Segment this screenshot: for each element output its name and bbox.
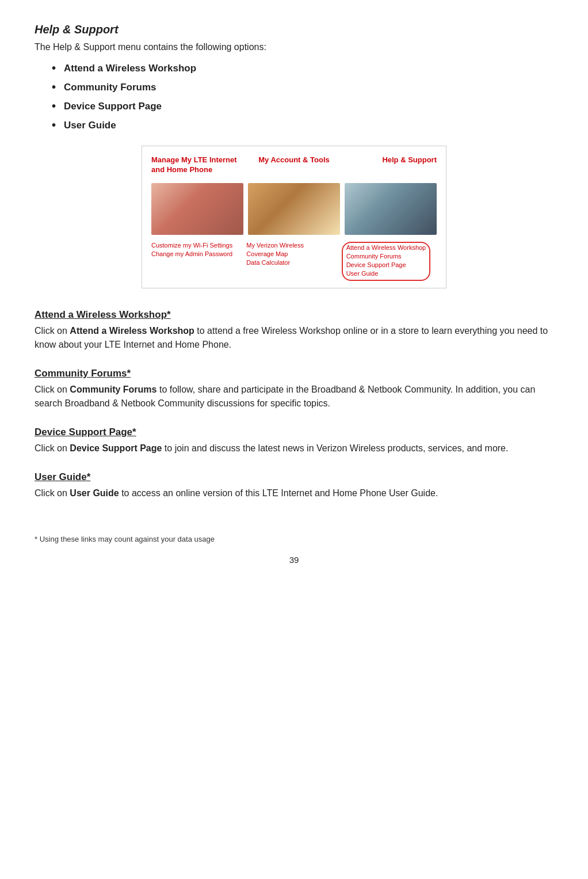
section-body-device-support: Click on Device Support Page to join and… [35, 442, 553, 455]
screenshot-links-col1: Customize my Wi-Fi Settings Change my Ad… [151, 242, 246, 281]
screenshot-links-col2: My Verizon Wireless Coverage Map Data Ca… [246, 242, 341, 281]
screenshot-images [151, 183, 437, 235]
bullet-item-3: Device Support Page [52, 100, 553, 113]
screenshot-img-1 [151, 183, 243, 235]
bullet-item-4: User Guide [52, 119, 553, 132]
section-community-forums: Community Forums* Click on Community For… [35, 368, 553, 410]
section-user-guide: User Guide* Click on User Guide to acces… [35, 471, 553, 500]
page-title: Help & Support [35, 23, 553, 36]
section-body-user-guide: Click on User Guide to access an online … [35, 486, 553, 500]
section-attend-workshop: Attend a Wireless Workshop* Click on Att… [35, 309, 553, 352]
footnote: * Using these links may count against yo… [35, 535, 553, 543]
screenshot-img-2 [248, 183, 340, 235]
section-body-community-forums: Click on Community Forums to follow, sha… [35, 383, 553, 410]
highlighted-links: Attend a Wireless Workshop Community For… [342, 242, 431, 281]
section-device-support: Device Support Page* Click on Device Sup… [35, 427, 553, 455]
page-number: 39 [35, 555, 553, 565]
section-heading-user-guide: User Guide* [35, 471, 553, 483]
screenshot-links: Customize my Wi-Fi Settings Change my Ad… [151, 242, 437, 281]
intro-text: The Help & Support menu contains the fol… [35, 42, 553, 52]
screenshot-image: Manage My LTE Internet and Home Phone My… [142, 146, 446, 288]
section-body-attend-workshop: Click on Attend a Wireless Workshop to a… [35, 324, 553, 352]
bullet-item-2: Community Forums [52, 81, 553, 94]
nav-item-manage: Manage My LTE Internet and Home Phone [151, 155, 246, 175]
section-heading-device-support: Device Support Page* [35, 427, 553, 438]
bullet-list: Attend a Wireless Workshop Community For… [52, 62, 553, 132]
screenshot-nav: Manage My LTE Internet and Home Phone My… [151, 155, 437, 175]
screenshot-img-3 [345, 183, 437, 235]
bullet-item-1: Attend a Wireless Workshop [52, 62, 553, 75]
section-heading-community-forums: Community Forums* [35, 368, 553, 379]
nav-item-help: Help & Support [342, 155, 437, 175]
section-heading-attend-workshop: Attend a Wireless Workshop* [35, 309, 553, 321]
nav-item-myaccount: My Account & Tools [246, 155, 341, 175]
screenshot-links-col3: Attend a Wireless Workshop Community For… [342, 242, 437, 281]
